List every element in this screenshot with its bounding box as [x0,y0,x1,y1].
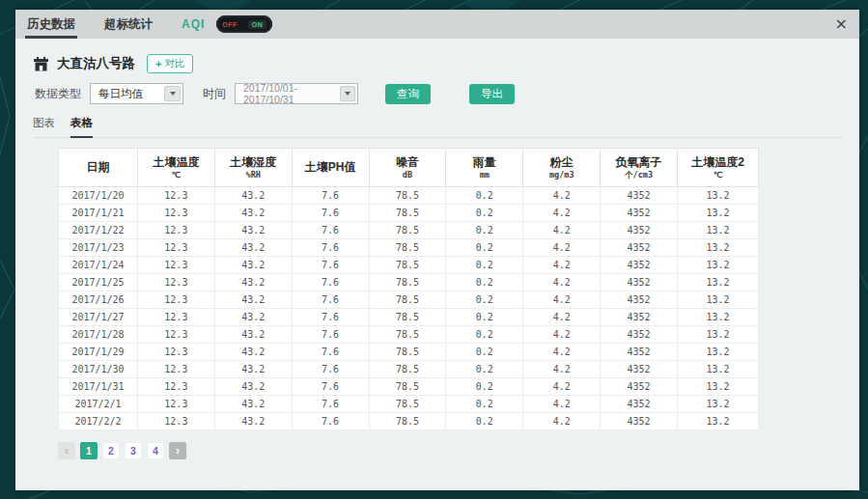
view-tabs: 图表 表格 [33,116,844,138]
table-cell: 0.2 [446,413,523,430]
table-row: 2017/1/2312.343.27.678.50.24.2435213.2 [59,239,759,257]
tab-table-view[interactable]: 表格 [70,116,93,138]
table-cell: 13.2 [678,344,759,361]
table-cell: 7.6 [292,326,369,344]
table-cell: 7.6 [292,222,369,239]
table-cell: 2017/1/23 [59,239,138,257]
table-row: 2017/2/112.343.27.678.50.24.2435213.2 [59,396,759,413]
table-cell: 4352 [601,396,678,413]
table-cell: 4.2 [523,205,601,222]
pagination-prev-icon[interactable]: ‹ [58,442,75,459]
table-cell: 78.5 [369,205,446,222]
compare-button[interactable]: + 对比 [147,54,193,73]
table-row: 2017/2/212.343.27.678.50.24.2435213.2 [59,413,759,430]
pagination-next-icon[interactable]: › [169,442,186,459]
pagination-page-2[interactable]: 2 [102,442,120,459]
table-cell: 4.2 [523,378,601,396]
table-cell: 0.2 [446,187,523,205]
tab-history-data[interactable]: 历史数据 [27,10,75,39]
table-cell: 4.2 [523,187,601,205]
pagination-page-3[interactable]: 3 [125,442,142,459]
table-cell: 7.6 [292,378,369,396]
column-unit: %RH [215,170,292,180]
pagination-page-4[interactable]: 4 [147,442,164,459]
table-cell: 12.3 [137,257,214,274]
table-cell: 43.2 [214,187,292,205]
toggle-off-label: OFF [222,21,238,28]
table-cell: 12.3 [137,413,214,430]
window-content: 大直沽八号路 + 对比 数据类型 每日均值 时间 2017/10/01- 201… [15,39,859,459]
history-data-window: 历史数据 超标统计 AQI OFF ON × 大直沽八号路 [15,10,859,490]
tab-exceed-statistics[interactable]: 超标统计 [104,10,153,39]
table-cell: 4352 [601,187,678,205]
table-cell: 7.6 [292,257,369,274]
data-type-select[interactable]: 每日均值 [90,83,183,104]
table-cell: 2017/2/1 [59,396,138,413]
table-cell: 78.5 [369,274,446,291]
export-button[interactable]: 导出 [469,84,515,104]
table-cell: 4.2 [523,222,601,239]
table-cell: 12.3 [137,205,214,222]
station-name: 大直沽八号路 [57,55,135,72]
table-cell: 4.2 [523,274,601,291]
table-cell: 4.2 [523,291,601,309]
table-cell: 2017/1/28 [59,326,138,344]
table-cell: 12.3 [137,274,214,291]
table-cell: 0.2 [446,396,523,413]
tab-chart-view[interactable]: 图表 [33,116,55,138]
table-cell: 43.2 [214,309,292,326]
table-cell: 13.2 [678,361,759,378]
column-header: 土壤PH值 [292,149,369,187]
station-building-icon [33,57,49,71]
table-cell: 0.2 [446,326,523,344]
aqi-toggle[interactable]: OFF ON [216,15,272,33]
table-cell: 13.2 [678,378,759,396]
table-cell: 43.2 [214,274,292,291]
data-table-wrap: 日期土壤温度℃土壤湿度%RH土壤PH值噪音dB雨量mm粉尘mg/m3负氧离子个/… [58,148,759,430]
close-icon[interactable]: × [835,16,848,32]
table-cell: 0.2 [446,205,523,222]
table-cell: 13.2 [678,396,759,413]
table-cell: 0.2 [446,257,523,274]
table-cell: 78.5 [369,239,446,257]
table-cell: 78.5 [369,396,446,413]
table-cell: 7.6 [292,344,369,361]
table-cell: 0.2 [446,274,523,291]
table-cell: 12.3 [137,396,214,413]
column-unit: ℃ [678,170,758,180]
table-cell: 4.2 [523,239,601,257]
table-cell: 2017/1/20 [59,187,138,205]
table-cell: 78.5 [369,378,446,396]
pagination: ‹1234› [58,442,844,459]
table-cell: 13.2 [678,326,759,344]
table-cell: 12.3 [137,378,214,396]
table-cell: 7.6 [292,309,369,326]
table-cell: 4352 [601,378,678,396]
table-cell: 43.2 [214,205,292,222]
table-cell: 43.2 [214,344,292,361]
table-cell: 13.2 [678,222,759,239]
table-cell: 78.5 [369,344,446,361]
table-cell: 4352 [601,413,678,430]
column-header: 日期 [59,149,138,187]
table-row: 2017/1/2912.343.27.678.50.24.2435213.2 [59,344,759,361]
table-row: 2017/1/2712.343.27.678.50.24.2435213.2 [59,309,759,326]
table-cell: 4352 [601,291,678,309]
column-unit: 个/cm3 [601,170,677,180]
table-cell: 13.2 [678,257,759,274]
table-cell: 43.2 [214,413,292,430]
column-header: 土壤湿度%RH [214,149,292,187]
plus-icon: + [155,58,161,69]
table-row: 2017/1/3112.343.27.678.50.24.2435213.2 [59,378,759,396]
table-cell: 12.3 [137,291,214,309]
table-cell: 12.3 [137,222,214,239]
table-cell: 2017/2/2 [59,413,138,430]
pagination-page-1[interactable]: 1 [80,442,98,459]
table-cell: 43.2 [214,257,292,274]
table-cell: 43.2 [214,361,292,378]
query-button[interactable]: 查询 [385,84,431,104]
table-cell: 78.5 [369,326,446,344]
compare-button-label: 对比 [164,57,184,70]
date-range-select[interactable]: 2017/10/01- 2017/10/31 [235,83,358,104]
table-cell: 7.6 [292,274,369,291]
